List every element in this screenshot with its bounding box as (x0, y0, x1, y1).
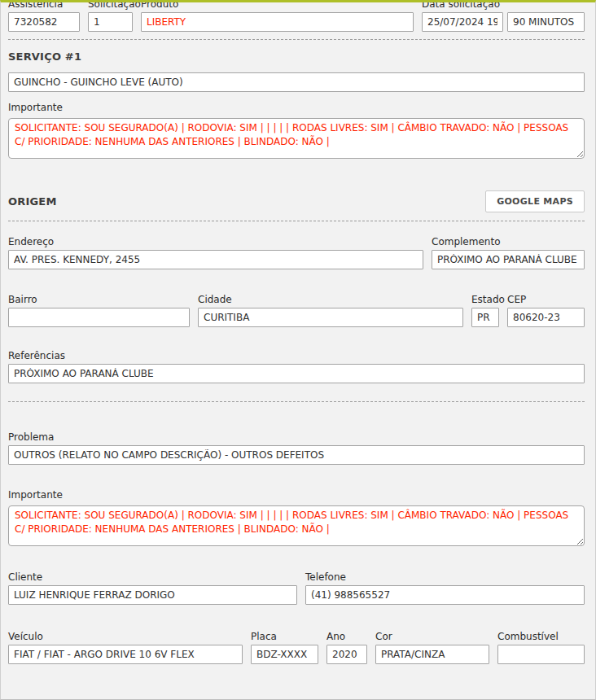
origem-header-row: ORIGEM GOOGLE MAPS (8, 190, 585, 212)
field-cor: Cor (375, 631, 489, 664)
placa-label: Placa (251, 631, 318, 642)
cor-input[interactable] (375, 645, 489, 664)
field-endereco: Endereço (8, 236, 423, 269)
cliente-label: Cliente (8, 571, 297, 583)
combustivel-label: Combustível (497, 631, 585, 642)
cidade-input[interactable] (198, 308, 463, 327)
assistencia-label: Assistência (8, 0, 80, 10)
referencias-input[interactable] (8, 364, 585, 383)
veiculo-row: Veículo Placa Ano Cor Combustível (8, 631, 585, 664)
importante-servico-textarea[interactable]: SOLICITANTE: SOU SEGURADO(A) | RODOVIA: … (8, 118, 585, 159)
cliente-input[interactable] (8, 585, 297, 605)
field-data-solicitacao: Data solicitação (422, 0, 585, 32)
field-assistencia: Assistência (8, 0, 80, 32)
field-referencias: Referências (8, 350, 585, 383)
cep-label: CEP (507, 294, 585, 305)
bairro-label: Bairro (8, 294, 190, 305)
field-estado: Estado (471, 294, 499, 327)
solicitacao-label: Solicitação (88, 0, 133, 10)
field-importante-servico: Importante SOLICITANTE: SOU SEGURADO(A) … (8, 102, 585, 161)
bairro-input[interactable] (8, 308, 190, 327)
bairro-row: Bairro Cidade Estado CEP (8, 294, 585, 327)
field-veiculo: Veículo (8, 631, 243, 664)
veiculo-input[interactable] (8, 645, 243, 664)
field-servico (8, 72, 585, 92)
cep-input[interactable] (507, 308, 585, 327)
combustivel-input[interactable] (497, 645, 585, 664)
divider-problema (8, 401, 585, 402)
field-bairro: Bairro (8, 294, 190, 327)
field-ano: Ano (326, 631, 367, 664)
cidade-label: Cidade (198, 294, 463, 305)
field-telefone: Telefone (305, 571, 585, 605)
field-cliente: Cliente (8, 571, 297, 605)
produto-input[interactable] (141, 12, 414, 32)
data-solicitacao-label: Data solicitação (422, 0, 585, 10)
solicitacao-input[interactable] (88, 12, 133, 32)
problema-label: Problema (8, 431, 585, 443)
origem-heading: ORIGEM (8, 195, 57, 208)
cliente-row: Cliente Telefone (8, 571, 585, 605)
importante-origem-textarea[interactable]: SOLICITANTE: SOU SEGURADO(A) | RODOVIA: … (8, 505, 585, 546)
divider-origem (8, 221, 585, 221)
importante-servico-label: Importante (8, 102, 585, 113)
complemento-input[interactable] (432, 250, 585, 269)
ano-label: Ano (326, 631, 367, 642)
assistance-form-panel: Assistência Solicitação Produto Data sol… (0, 0, 596, 700)
telefone-label: Telefone (305, 571, 585, 583)
veiculo-label: Veículo (8, 631, 243, 642)
estado-label: Estado (471, 294, 499, 305)
header-row: Assistência Solicitação Produto Data sol… (8, 0, 585, 32)
field-placa: Placa (251, 631, 318, 664)
endereco-row: Endereço Complemento (8, 236, 585, 269)
referencias-label: Referências (8, 350, 585, 361)
field-combustivel: Combustível (497, 631, 585, 664)
google-maps-button[interactable]: GOOGLE MAPS (485, 190, 585, 212)
ano-input[interactable] (326, 645, 367, 664)
produto-label: Produto (141, 0, 414, 10)
telefone-input[interactable] (305, 585, 585, 605)
field-complemento: Complemento (432, 236, 585, 269)
duracao-minutos-input[interactable] (507, 12, 585, 32)
importante-origem-label: Importante (8, 489, 585, 501)
servico-input[interactable] (8, 72, 585, 92)
field-importante-origem: Importante SOLICITANTE: SOU SEGURADO(A) … (8, 489, 585, 549)
complemento-label: Complemento (432, 236, 585, 247)
placa-input[interactable] (251, 645, 318, 664)
problema-input[interactable] (8, 445, 585, 465)
endereco-input[interactable] (8, 250, 423, 269)
field-solicitacao: Solicitação (88, 0, 133, 32)
field-produto: Produto (141, 0, 414, 32)
data-solicitacao-input[interactable] (422, 12, 503, 32)
cor-label: Cor (375, 631, 489, 642)
assistencia-input[interactable] (8, 12, 80, 32)
servico-heading: SERVIÇO #1 (8, 50, 585, 63)
field-cidade: Cidade (198, 294, 463, 327)
field-cep: CEP (507, 294, 585, 327)
endereco-label: Endereço (8, 236, 423, 247)
estado-input[interactable] (471, 308, 499, 327)
field-problema: Problema (8, 431, 585, 465)
divider-header (8, 39, 585, 40)
